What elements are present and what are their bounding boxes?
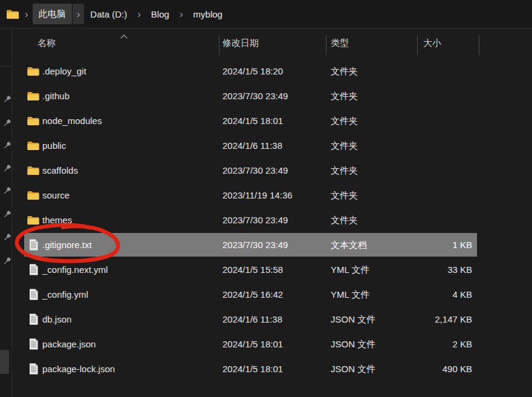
file-type: 文件夹: [331, 183, 358, 208]
file-name: db.json: [42, 307, 71, 332]
file-date-modified: 2023/7/30 23:49: [222, 158, 288, 183]
file-list: .deploy_git 2024/1/5 18:20 文件夹: [0, 0, 532, 397]
file-name: .github: [42, 84, 70, 108]
file-name: _config.next.yml: [42, 257, 108, 282]
file-type: 文件夹: [331, 133, 358, 158]
table-row[interactable]: _config.yml 2024/1/5 16:42 YML 文件 4 KB: [0, 282, 532, 307]
text-file-icon: [29, 289, 38, 302]
file-date-modified: 2024/1/5 18:20: [222, 59, 283, 84]
file-date-modified: 2023/7/30 23:49: [222, 208, 288, 232]
table-row[interactable]: scaffolds 2023/7/30 23:49 文件夹: [0, 158, 532, 183]
file-date-modified: 2024/1/5 18:01: [222, 356, 283, 381]
file-name: public: [42, 133, 66, 158]
table-row[interactable]: source 2023/11/19 14:36 文件夹: [0, 183, 532, 208]
file-type: 文件夹: [331, 208, 358, 232]
folder-icon: [27, 141, 39, 153]
text-file-icon: [29, 264, 38, 277]
table-row[interactable]: _config.next.yml 2024/1/5 15:58 YML 文件 3…: [0, 257, 532, 282]
file-type: 文本文档: [331, 232, 367, 257]
table-row[interactable]: .gitignore.txt 2023/7/30 23:49 文本文档 1 KB: [0, 232, 532, 257]
file-name: package.json: [42, 332, 96, 356]
file-date-modified: 2023/7/30 23:49: [222, 232, 288, 257]
folder-icon: [27, 116, 39, 128]
file-size: 33 KB: [396, 257, 472, 282]
file-name: .gitignore.txt: [42, 232, 92, 257]
file-size: 490 KB: [396, 356, 472, 381]
file-date-modified: 2024/1/5 18:01: [222, 108, 283, 133]
table-row[interactable]: package-lock.json 2024/1/5 18:01 JSON 文件…: [0, 356, 532, 381]
file-type: YML 文件: [331, 282, 369, 307]
table-row[interactable]: package.json 2024/1/5 18:01 JSON 文件 2 KB: [0, 332, 532, 356]
file-name: scaffolds: [42, 158, 78, 183]
file-type: 文件夹: [331, 59, 358, 84]
table-row[interactable]: public 2024/1/6 11:38 文件夹: [0, 133, 532, 158]
file-type: JSON 文件: [331, 307, 375, 332]
folder-icon: [27, 166, 39, 177]
file-type: 文件夹: [331, 108, 358, 133]
file-size: 2,147 KB: [396, 307, 472, 332]
file-type: 文件夹: [331, 158, 358, 183]
file-name: package-lock.json: [42, 356, 115, 381]
file-name: .deploy_git: [42, 59, 86, 84]
file-date-modified: 2024/1/6 11:38: [222, 133, 282, 158]
file-type: 文件夹: [331, 84, 358, 108]
table-row[interactable]: .deploy_git 2024/1/5 18:20 文件夹: [0, 59, 532, 84]
file-date-modified: 2023/11/19 14:36: [222, 183, 293, 208]
folder-icon: [27, 67, 39, 78]
file-type: YML 文件: [331, 257, 369, 282]
text-file-icon: [29, 363, 38, 376]
text-file-icon: [29, 313, 38, 327]
file-date-modified: 2024/1/6 11:38: [222, 307, 282, 332]
file-name: _config.yml: [42, 282, 88, 307]
file-name: source: [42, 183, 70, 208]
file-type: JSON 文件: [331, 356, 375, 381]
file-date-modified: 2024/1/5 15:58: [222, 257, 283, 282]
file-size: 4 KB: [396, 282, 472, 307]
table-row[interactable]: .github 2023/7/30 23:49 文件夹: [0, 84, 532, 108]
file-type: JSON 文件: [331, 332, 375, 356]
file-explorer-window: › 此电脑 › Data (D:) › Blog › myblog 名称 修改日…: [0, 0, 532, 397]
file-size: 2 KB: [396, 332, 472, 356]
table-row[interactable]: node_modules 2024/1/5 18:01 文件夹: [0, 108, 532, 133]
file-name: themes: [42, 208, 72, 232]
file-date-modified: 2023/7/30 23:49: [222, 84, 288, 108]
file-name: node_modules: [42, 108, 102, 133]
folder-icon: [27, 91, 39, 103]
table-row[interactable]: db.json 2024/1/6 11:38 JSON 文件 2,147 KB: [0, 307, 532, 332]
folder-icon: [27, 215, 39, 227]
table-row[interactable]: themes 2023/7/30 23:49 文件夹: [0, 208, 532, 232]
file-date-modified: 2024/1/5 18:01: [222, 332, 283, 356]
file-date-modified: 2024/1/5 16:42: [222, 282, 283, 307]
text-file-icon: [29, 338, 38, 352]
file-size: 1 KB: [396, 232, 472, 257]
text-file-icon: [29, 239, 38, 252]
folder-icon: [27, 191, 39, 202]
